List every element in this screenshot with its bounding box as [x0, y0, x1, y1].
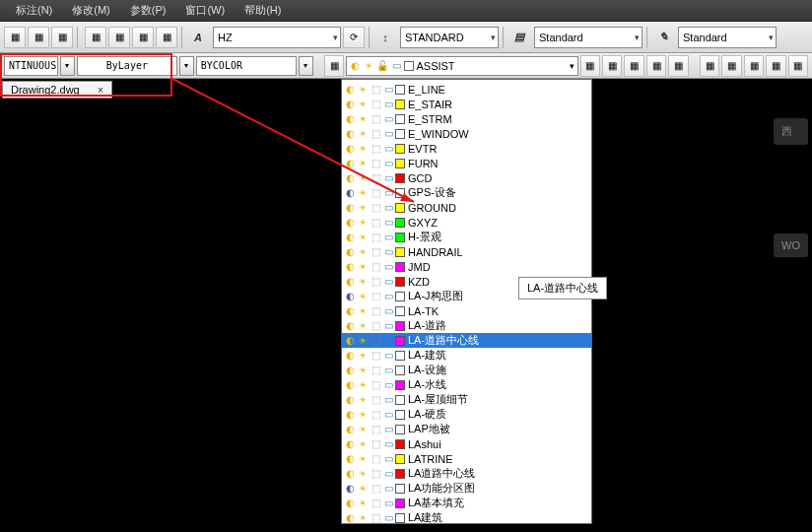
menu-annotate[interactable]: 标注(N): [6, 1, 62, 20]
tablestyle-combo[interactable]: Standard ▾: [534, 27, 643, 48]
lock-icon[interactable]: ⬚: [370, 483, 381, 495]
layer-icon[interactable]: ▭: [382, 498, 394, 509]
sun-icon[interactable]: ☀: [357, 424, 369, 435]
layer-icon[interactable]: ▭: [382, 320, 394, 332]
tool-btn-2[interactable]: ▦: [28, 27, 49, 48]
bulb-icon[interactable]: ◐: [344, 350, 356, 362]
layer-color-swatch[interactable]: [395, 247, 405, 257]
chevron-down-icon[interactable]: ▾: [299, 56, 313, 76]
layer-color-swatch[interactable]: [395, 513, 405, 523]
bulb-icon[interactable]: ◐: [344, 113, 356, 125]
sun-icon[interactable]: ☀: [357, 158, 369, 169]
layer-icon[interactable]: ▭: [382, 246, 394, 258]
lock-icon[interactable]: ⬚: [370, 276, 381, 288]
sun-icon[interactable]: ☀: [357, 276, 369, 288]
layer-icon[interactable]: ▭: [382, 84, 394, 96]
layer-row[interactable]: ◐☀⬚▭LA-设施: [342, 363, 591, 377]
layer-row[interactable]: ◐☀⬚▭LA-TK: [342, 303, 591, 318]
lock-icon[interactable]: ⬚: [370, 143, 381, 155]
lock-icon[interactable]: ⬚: [370, 320, 381, 332]
layer-row[interactable]: ◐☀⬚▭LA-硬质: [342, 407, 591, 422]
layer-color-swatch[interactable]: [395, 454, 405, 464]
layer-row[interactable]: ◐☀⬚▭LA-道路中心线: [342, 333, 591, 348]
bulb-icon[interactable]: ◐: [344, 305, 356, 317]
layer-row[interactable]: ◐☀⬚▭GCD: [342, 170, 591, 185]
sun-icon[interactable]: ☀: [357, 232, 369, 243]
tool-btn-3[interactable]: ▦: [51, 27, 73, 48]
lock-icon[interactable]: ⬚: [370, 498, 381, 509]
lock-icon[interactable]: ⬚: [370, 158, 381, 169]
lock-icon[interactable]: ⬚: [370, 512, 381, 524]
layer-row[interactable]: ◐☀⬚▭LA功能分区图: [342, 481, 591, 496]
layer-tool-2[interactable]: ▦: [602, 55, 622, 77]
lock-icon[interactable]: ⬚: [370, 468, 381, 480]
document-tab[interactable]: Drawing2.dwg ×: [2, 81, 112, 99]
layer-tool-5[interactable]: ▦: [668, 55, 688, 77]
layer-icon[interactable]: ▭: [382, 128, 394, 140]
bulb-icon[interactable]: ◐: [344, 84, 356, 96]
sun-icon[interactable]: ☀: [357, 128, 369, 140]
color-combo[interactable]: BYCOLOR: [196, 56, 297, 76]
layer-row[interactable]: ◐☀⬚▭LAP地被: [342, 422, 591, 436]
chevron-down-icon[interactable]: ▾: [179, 56, 194, 76]
lock-icon[interactable]: ⬚: [370, 246, 381, 258]
sun-icon[interactable]: ☀: [357, 113, 369, 125]
tool-btn-8[interactable]: ⟳: [343, 27, 365, 48]
layer-row[interactable]: ◐☀⬚▭HANDRAIL: [342, 244, 591, 259]
layer-color-swatch[interactable]: [395, 336, 405, 346]
lock-icon[interactable]: ⬚: [370, 453, 381, 465]
sun-icon[interactable]: ☀: [357, 394, 369, 406]
sun-icon[interactable]: ☀: [357, 409, 369, 421]
layer-row[interactable]: ◐☀⬚▭LATRINE: [342, 451, 591, 466]
lock-icon[interactable]: ⬚: [370, 217, 381, 229]
layer-row[interactable]: ◐☀⬚▭JMD: [342, 259, 591, 274]
menu-help[interactable]: 帮助(H): [235, 1, 291, 20]
bulb-icon[interactable]: ◐: [344, 320, 356, 332]
lock-icon[interactable]: ⬚: [370, 202, 381, 214]
sun-icon[interactable]: ☀: [357, 261, 369, 273]
layer-color-swatch[interactable]: [395, 114, 405, 124]
bulb-icon[interactable]: ◐: [344, 246, 356, 258]
layer-icon[interactable]: ▭: [382, 291, 394, 302]
bulb-icon[interactable]: ◐: [344, 394, 356, 406]
lock-icon[interactable]: ⬚: [370, 232, 381, 243]
sun-icon[interactable]: ☀: [357, 84, 369, 96]
sun-icon[interactable]: ☀: [357, 468, 369, 480]
layer-row[interactable]: ◐☀⬚▭LA建筑: [342, 510, 591, 524]
menu-modify[interactable]: 修改(M): [62, 1, 120, 20]
layer-icon[interactable]: ▭: [382, 512, 394, 524]
chevron-down-icon[interactable]: ▾: [60, 56, 75, 76]
layer-row[interactable]: ◐☀⬚▭H-景观: [342, 230, 591, 244]
layer-color-swatch[interactable]: [395, 100, 405, 109]
sun-icon[interactable]: ☀: [357, 143, 369, 155]
layer-color-swatch[interactable]: [395, 351, 405, 361]
viewcube-west[interactable]: 西: [774, 118, 808, 145]
sun-icon[interactable]: ☀: [357, 483, 369, 495]
layer-color-swatch[interactable]: [395, 129, 405, 139]
layer-color-swatch[interactable]: [395, 173, 405, 183]
layer-icon[interactable]: ▭: [382, 424, 394, 435]
layer-tool-9[interactable]: ▦: [766, 55, 785, 77]
bulb-icon[interactable]: ◐: [344, 379, 356, 391]
close-icon[interactable]: ×: [98, 84, 103, 96]
layer-row[interactable]: ◐☀⬚▭LA-水线: [342, 377, 591, 392]
layer-row[interactable]: ◐☀⬚▭LA-道路: [342, 318, 591, 333]
layer-tool-7[interactable]: ▦: [721, 55, 741, 77]
textstyle-combo[interactable]: HZ ▾: [213, 27, 341, 48]
lock-icon[interactable]: ⬚: [370, 394, 381, 406]
tool-btn-5[interactable]: ▦: [108, 27, 130, 48]
bulb-icon[interactable]: ◐: [344, 453, 356, 465]
layer-color-swatch[interactable]: [395, 218, 405, 228]
sun-icon[interactable]: ☀: [357, 187, 369, 199]
sun-icon[interactable]: ☀: [357, 512, 369, 524]
layer-row[interactable]: ◐☀⬚▭GROUND: [342, 200, 591, 215]
lock-icon[interactable]: ⬚: [370, 113, 381, 125]
sun-icon[interactable]: ☀: [357, 335, 369, 347]
layer-icon[interactable]: ▭: [382, 438, 394, 450]
layer-tool-1[interactable]: ▦: [580, 55, 600, 77]
lock-icon[interactable]: ⬚: [370, 379, 381, 391]
lock-icon[interactable]: ⬚: [370, 99, 381, 110]
layer-color-swatch[interactable]: [395, 159, 405, 168]
layer-icon[interactable]: ▭: [382, 468, 394, 480]
lock-icon[interactable]: ⬚: [370, 84, 381, 96]
